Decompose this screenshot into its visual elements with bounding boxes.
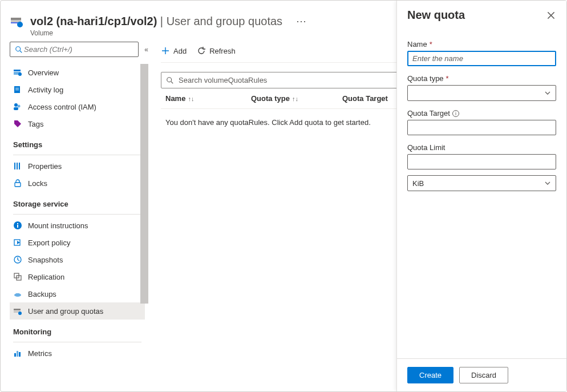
svg-point-8 xyxy=(18,72,22,76)
sidebar-item-metrics[interactable]: Metrics xyxy=(10,345,145,362)
tags-icon xyxy=(13,119,22,128)
name-input[interactable] xyxy=(407,51,556,66)
refresh-button[interactable]: Refresh xyxy=(197,46,236,55)
sidebar-item-label: Replication xyxy=(28,273,64,281)
sidebar-item-label: Overview xyxy=(28,68,59,77)
svg-rect-31 xyxy=(17,351,18,357)
sidebar-item-label: Properties xyxy=(28,162,62,171)
svg-rect-17 xyxy=(19,163,20,169)
quota-type-label: Quota type* xyxy=(407,74,556,83)
sort-icon: ↑↓ xyxy=(292,95,298,102)
col-header-name[interactable]: Name ↑↓ xyxy=(165,94,251,103)
sidebar-group-monitoring: Monitoring xyxy=(10,320,145,340)
info-icon xyxy=(13,221,22,230)
chevron-down-icon xyxy=(544,90,551,96)
search-icon xyxy=(15,46,23,54)
sidebar-item-locks[interactable]: Locks xyxy=(10,175,145,192)
svg-rect-27 xyxy=(14,309,21,310)
svg-point-3 xyxy=(17,22,23,27)
svg-rect-16 xyxy=(17,163,18,169)
svg-line-5 xyxy=(20,50,22,52)
collapse-sidebar-button[interactable]: « xyxy=(144,46,148,54)
lock-icon xyxy=(13,179,22,188)
refresh-icon xyxy=(197,46,206,55)
sidebar-item-label: Mount instructions xyxy=(28,221,88,230)
iam-icon xyxy=(13,102,22,111)
replication-icon xyxy=(13,272,22,281)
sidebar-item-properties[interactable]: Properties xyxy=(10,157,145,175)
sidebar-item-label: Access control (IAM) xyxy=(28,103,96,111)
sidebar-scrollbar[interactable] xyxy=(140,64,148,378)
metrics-icon xyxy=(13,349,22,358)
snapshot-icon xyxy=(13,255,22,264)
svg-point-13 xyxy=(18,105,21,108)
backup-icon xyxy=(13,289,22,298)
sidebar-item-user-group-quotas[interactable]: User and group quotas xyxy=(10,302,145,320)
sidebar-item-tags[interactable]: Tags xyxy=(10,115,145,132)
chevron-down-icon xyxy=(544,180,551,187)
sidebar-item-label: Export policy xyxy=(28,239,70,247)
more-actions-button[interactable]: ⋯ xyxy=(296,15,306,27)
close-panel-button[interactable] xyxy=(546,10,556,21)
quota-unit-select[interactable]: KiB xyxy=(407,175,556,191)
svg-rect-6 xyxy=(14,70,21,71)
log-icon xyxy=(13,85,22,94)
svg-rect-20 xyxy=(17,225,18,228)
sidebar-item-label: Metrics xyxy=(28,349,52,358)
col-header-type[interactable]: Quota type ↑↓ xyxy=(251,94,342,103)
sidebar-item-activity-log[interactable]: Activity log xyxy=(10,81,145,98)
sidebar-item-label: Tags xyxy=(28,120,43,128)
sidebar-item-label: Locks xyxy=(28,179,47,188)
svg-rect-21 xyxy=(17,223,18,224)
svg-rect-30 xyxy=(14,353,16,357)
sidebar-item-export-policy[interactable]: Export policy xyxy=(10,234,145,251)
svg-rect-32 xyxy=(19,352,21,357)
sidebar-item-label: Snapshots xyxy=(28,256,63,264)
sidebar-item-overview[interactable]: Overview xyxy=(10,64,145,81)
new-quota-panel: New quota Name* Quota type* Quota Target… xyxy=(396,1,566,391)
quota-limit-input[interactable] xyxy=(407,154,556,169)
quota-icon xyxy=(13,306,22,316)
svg-rect-10 xyxy=(15,88,19,88)
sidebar-search[interactable] xyxy=(10,42,139,57)
quota-target-input[interactable] xyxy=(407,120,556,135)
svg-point-4 xyxy=(16,46,21,51)
volume-resource-icon xyxy=(10,14,23,28)
overview-icon xyxy=(13,68,22,77)
close-icon xyxy=(546,10,556,21)
sidebar-item-backups[interactable]: Backups xyxy=(10,285,145,302)
sidebar-item-label: Activity log xyxy=(28,86,63,94)
add-button[interactable]: Add xyxy=(161,46,187,55)
sidebar-item-label: User and group quotas xyxy=(28,307,103,316)
sidebar-item-mount[interactable]: Mount instructions xyxy=(10,217,145,234)
svg-line-36 xyxy=(171,81,173,83)
discard-button[interactable]: Discard xyxy=(459,367,508,383)
scrollbar-thumb[interactable] xyxy=(140,64,148,304)
export-icon xyxy=(13,238,22,247)
svg-point-29 xyxy=(18,312,22,315)
create-button[interactable]: Create xyxy=(407,367,453,383)
sidebar: « Overview Activity log Access control (… xyxy=(1,42,152,391)
quota-type-select[interactable] xyxy=(407,85,556,101)
info-icon[interactable]: i xyxy=(452,110,459,117)
svg-rect-11 xyxy=(15,90,19,90)
sidebar-group-storage: Storage service xyxy=(10,192,145,212)
svg-point-12 xyxy=(14,103,18,107)
sidebar-item-replication[interactable]: Replication xyxy=(10,268,145,285)
sidebar-search-input[interactable] xyxy=(23,45,133,54)
quota-limit-label: Quota Limit xyxy=(407,143,556,152)
svg-point-35 xyxy=(167,77,172,82)
plus-icon xyxy=(161,46,170,55)
panel-title: New quota xyxy=(407,9,465,22)
properties-icon xyxy=(13,161,22,171)
svg-point-26 xyxy=(14,293,21,297)
sort-icon: ↑↓ xyxy=(188,95,194,102)
sidebar-item-snapshots[interactable]: Snapshots xyxy=(10,251,145,268)
name-label: Name* xyxy=(407,40,556,49)
svg-rect-18 xyxy=(15,183,21,187)
search-icon xyxy=(166,76,174,84)
sidebar-item-iam[interactable]: Access control (IAM) xyxy=(10,98,145,115)
sidebar-item-label: Backups xyxy=(28,290,56,298)
quota-target-label: Quota Target i xyxy=(407,109,556,118)
svg-rect-15 xyxy=(14,163,15,169)
